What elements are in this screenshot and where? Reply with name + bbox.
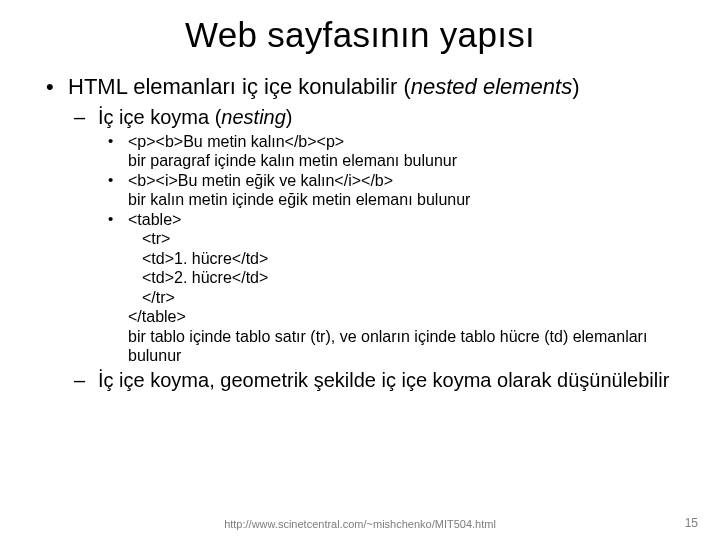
footer-url: http://www.scinetcentral.com/~mishchenko… (0, 518, 720, 530)
ex2-code: <b><i>Bu metin eğik ve kalın</i></b> (128, 171, 680, 191)
ex1-desc: bir paragraf içinde kalın metin elemanı … (128, 151, 680, 171)
bullet-main-post: ) (572, 74, 579, 99)
ex3-l6: </table> (128, 307, 680, 327)
ex2-desc: bir kalın metin içinde eğik metin eleman… (128, 190, 680, 210)
bullet-main-pre: HTML elemanları iç içe konulabilir ( (68, 74, 411, 99)
bullet-list-level1: HTML elemanları iç içe konulabilir (nest… (40, 73, 680, 393)
bullet-main: HTML elemanları iç içe konulabilir (nest… (62, 73, 680, 393)
ex3-desc: bir tablo içinde tablo satır (tr), ve on… (128, 327, 680, 366)
sub1-pre: İç içe koyma ( (98, 106, 221, 128)
sub-nesting: İç içe koyma (nesting) <p><b>Bu metin ka… (92, 105, 680, 366)
example-2: <b><i>Bu metin eğik ve kalın</i></b> bir… (124, 171, 680, 210)
slide-title: Web sayfasının yapısı (40, 15, 680, 55)
ex3-l4: <td>2. hücre</td> (128, 268, 680, 288)
bullet-list-level2: İç içe koyma (nesting) <p><b>Bu metin ka… (68, 105, 680, 393)
bullet-main-italic: nested elements (411, 74, 572, 99)
ex3-l5: </tr> (128, 288, 680, 308)
sub1-italic: nesting (221, 106, 286, 128)
example-1: <p><b>Bu metin kalın</b><p> bir paragraf… (124, 132, 680, 171)
page-number: 15 (685, 516, 698, 530)
example-3: <table> <tr> <td>1. hücre</td> <td>2. hü… (124, 210, 680, 366)
ex3-l3: <td>1. hücre</td> (128, 249, 680, 269)
sub-geometric: İç içe koyma, geometrik şekilde iç içe k… (92, 368, 680, 393)
ex1-code: <p><b>Bu metin kalın</b><p> (128, 132, 680, 152)
bullet-list-level3: <p><b>Bu metin kalın</b><p> bir paragraf… (98, 132, 680, 366)
sub1-post: ) (286, 106, 293, 128)
ex3-l2: <tr> (128, 229, 680, 249)
ex3-l1: <table> (128, 210, 680, 230)
